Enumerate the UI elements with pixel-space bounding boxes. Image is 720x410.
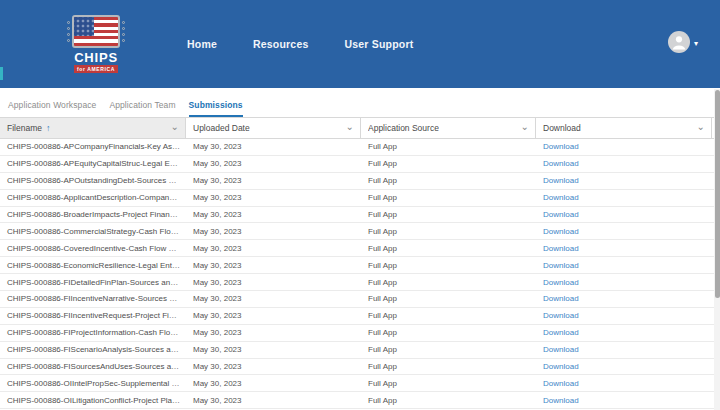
cell-filename: CHIPS-000886-APOutstandingDebt-Sources a…: [0, 176, 186, 185]
cell-filename: CHIPS-000886-ApplicantDescription-Compan…: [0, 193, 186, 202]
download-link[interactable]: Download: [543, 261, 579, 270]
cell-application-source: Full App: [361, 142, 536, 151]
cell-application-source: Full App: [361, 328, 536, 337]
cell-filename: CHIPS-000886-FIDetailedFinPlan-Sources a…: [0, 278, 186, 287]
column-label: Uploaded Date: [193, 123, 250, 133]
cell-uploaded-date: May 30, 2023: [186, 244, 361, 253]
cell-uploaded-date: May 30, 2023: [186, 278, 361, 287]
tab-application-workspace[interactable]: Application Workspace: [8, 100, 96, 117]
chevron-down-icon[interactable]: ⌄: [171, 124, 179, 129]
cell-uploaded-date: May 30, 2023: [186, 193, 361, 202]
tab-submissions[interactable]: Submissions: [189, 100, 243, 117]
chevron-down-icon[interactable]: ⌄: [697, 124, 705, 129]
cell-application-source: Full App: [361, 396, 536, 405]
table-row: CHIPS-000886-FIIncentiveRequest-Project …: [0, 308, 720, 325]
download-link[interactable]: Download: [543, 193, 579, 202]
cell-uploaded-date: May 30, 2023: [186, 210, 361, 219]
table-body: CHIPS-000886-APCompanyFinancials-Key Ass…: [0, 139, 720, 409]
cell-application-source: Full App: [361, 278, 536, 287]
table-row: CHIPS-000886-FIDetailedFinPlan-Sources a…: [0, 274, 720, 291]
download-link[interactable]: Download: [543, 244, 579, 253]
table-row: CHIPS-000886-ApplicantDescription-Compan…: [0, 190, 720, 207]
nav-user-support[interactable]: User Support: [344, 38, 413, 50]
nav-home[interactable]: Home: [187, 38, 217, 50]
cell-uploaded-date: May 30, 2023: [186, 142, 361, 151]
cell-filename: CHIPS-000886-FIScenarioAnalysis-Sources …: [0, 345, 186, 354]
download-link[interactable]: Download: [543, 311, 579, 320]
table-row: CHIPS-000886-BroaderImpacts-Project Fina…: [0, 207, 720, 224]
table-row: CHIPS-000886-EconomicResilience-Legal En…: [0, 257, 720, 274]
cell-application-source: Full App: [361, 311, 536, 320]
cell-uploaded-date: May 30, 2023: [186, 345, 361, 354]
table-row: CHIPS-000886-FIProjectInformation-Cash F…: [0, 325, 720, 342]
table-row: CHIPS-000886-APEquityCapitalStruc-Legal …: [0, 156, 720, 173]
download-link[interactable]: Download: [543, 142, 579, 151]
table-row: CHIPS-000886-OILitigationConflict-Projec…: [0, 392, 720, 409]
cell-application-source: Full App: [361, 210, 536, 219]
tab-application-team[interactable]: Application Team: [109, 100, 175, 117]
scrollbar-thumb[interactable]: [715, 90, 720, 298]
tab-bar: Application Workspace Application Team S…: [0, 88, 720, 117]
cell-application-source: Full App: [361, 159, 536, 168]
table-row: CHIPS-000886-FIIncentiveNarrative-Source…: [0, 291, 720, 308]
chips-portal-screen: CHIPS for AMERICA Home Resources User Su…: [0, 0, 720, 410]
nav-resources[interactable]: Resources: [253, 38, 309, 50]
download-link[interactable]: Download: [543, 396, 579, 405]
download-link[interactable]: Download: [543, 227, 579, 236]
cell-uploaded-date: May 30, 2023: [186, 311, 361, 320]
cell-uploaded-date: May 30, 2023: [186, 396, 361, 405]
table-row: CHIPS-000886-FISourcesAndUses-Sources an…: [0, 359, 720, 376]
column-label: Application Source: [368, 123, 439, 133]
cell-application-source: Full App: [361, 294, 536, 303]
main-nav: Home Resources User Support: [187, 38, 413, 50]
user-menu-button[interactable]: ▾: [668, 31, 698, 57]
download-link[interactable]: Download: [543, 362, 579, 371]
column-header-uploaded-date[interactable]: Uploaded Date ⌄: [186, 118, 361, 138]
chevron-down-icon[interactable]: ⌄: [521, 124, 529, 129]
table-row: CHIPS-000886-FIScenarioAnalysis-Sources …: [0, 342, 720, 359]
download-link[interactable]: Download: [543, 379, 579, 388]
cell-uploaded-date: May 30, 2023: [186, 261, 361, 270]
download-link[interactable]: Download: [543, 294, 579, 303]
download-link[interactable]: Download: [543, 328, 579, 337]
column-header-application-source[interactable]: Application Source ⌄: [361, 118, 536, 138]
column-label: Download: [543, 123, 581, 133]
column-header-download[interactable]: Download ⌄: [536, 118, 712, 138]
cell-filename: CHIPS-000886-OIIntelPropSec-Supplemental…: [0, 379, 186, 388]
column-label: Filename: [7, 123, 42, 133]
cell-application-source: Full App: [361, 379, 536, 388]
cell-filename: CHIPS-000886-CommercialStrategy-Cash Flo…: [0, 227, 186, 236]
download-link[interactable]: Download: [543, 345, 579, 354]
cell-application-source: Full App: [361, 261, 536, 270]
chevron-down-icon[interactable]: ⌄: [346, 124, 354, 129]
chip-flag-icon: [67, 15, 125, 48]
cell-application-source: Full App: [361, 362, 536, 371]
cell-filename: CHIPS-000886-FIIncentiveRequest-Project …: [0, 311, 186, 320]
cell-filename: CHIPS-000886-BroaderImpacts-Project Fina…: [0, 210, 186, 219]
table-row: CHIPS-000886-APOutstandingDebt-Sources a…: [0, 173, 720, 190]
column-header-filename[interactable]: Filename ↑ ⌄: [0, 118, 186, 138]
cell-filename: CHIPS-000886-APCompanyFinancials-Key Ass…: [0, 142, 186, 151]
cell-filename: CHIPS-000886-CoveredIncentive-Cash Flow …: [0, 244, 186, 253]
download-link[interactable]: Download: [543, 159, 579, 168]
table-row: CHIPS-000886-APCompanyFinancials-Key Ass…: [0, 139, 720, 156]
logo-title: CHIPS: [74, 51, 118, 64]
cell-uploaded-date: May 30, 2023: [186, 362, 361, 371]
cell-application-source: Full App: [361, 345, 536, 354]
user-avatar-icon: [668, 31, 690, 57]
chevron-down-icon: ▾: [694, 40, 698, 48]
left-edge-accent: [0, 67, 3, 80]
cell-filename: CHIPS-000886-OILitigationConflict-Projec…: [0, 396, 186, 405]
cell-application-source: Full App: [361, 244, 536, 253]
download-link[interactable]: Download: [543, 210, 579, 219]
download-link[interactable]: Download: [543, 176, 579, 185]
table-header-row: Filename ↑ ⌄ Uploaded Date ⌄ Application…: [0, 117, 720, 139]
cell-uploaded-date: May 30, 2023: [186, 294, 361, 303]
submissions-table: Filename ↑ ⌄ Uploaded Date ⌄ Application…: [0, 117, 720, 409]
download-link[interactable]: Download: [543, 278, 579, 287]
vertical-scrollbar[interactable]: [714, 89, 720, 410]
cell-filename: CHIPS-000886-APEquityCapitalStruc-Legal …: [0, 159, 186, 168]
cell-filename: CHIPS-000886-FIIncentiveNarrative-Source…: [0, 294, 186, 303]
cell-uploaded-date: May 30, 2023: [186, 227, 361, 236]
cell-filename: CHIPS-000886-FISourcesAndUses-Sources an…: [0, 362, 186, 371]
